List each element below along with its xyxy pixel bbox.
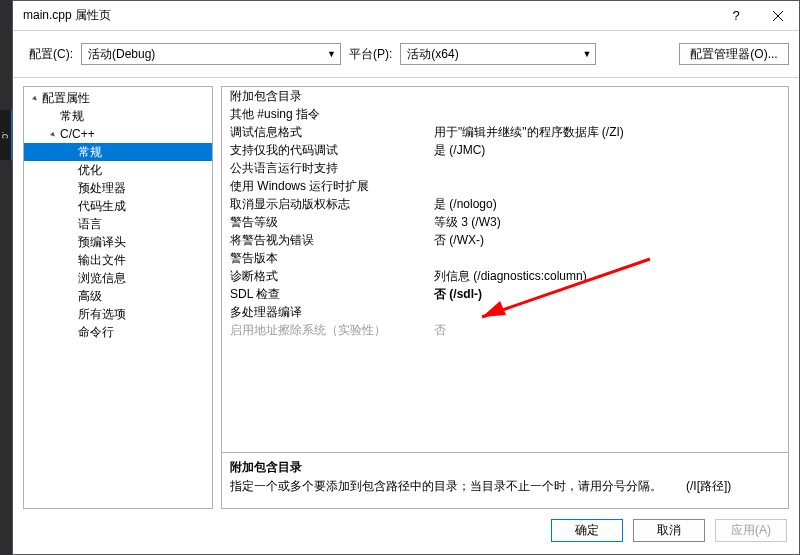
property-row[interactable]: 公共语言运行时支持 (222, 159, 788, 177)
property-value[interactable] (430, 177, 788, 195)
property-value[interactable]: 等级 3 (/W3) (430, 213, 788, 231)
tree-item[interactable]: 常规 (24, 143, 212, 161)
ide-left-strip: .c (0, 0, 12, 555)
property-name: 公共语言运行时支持 (222, 159, 430, 177)
property-value[interactable]: 否 (/WX-) (430, 231, 788, 249)
property-name: 警告版本 (222, 249, 430, 267)
ok-button[interactable]: 确定 (551, 519, 623, 542)
property-value[interactable]: 列信息 (/diagnostics:column) (430, 267, 788, 285)
property-name: 将警告视为错误 (222, 231, 430, 249)
property-name: 取消显示启动版权标志 (222, 195, 430, 213)
tree-item[interactable]: ▸配置属性 (24, 89, 212, 107)
close-button[interactable] (757, 1, 799, 31)
property-row[interactable]: 多处理器编译 (222, 303, 788, 321)
cancel-button[interactable]: 取消 (633, 519, 705, 542)
description-title: 附加包含目录 (230, 459, 780, 476)
property-row: 启用地址擦除系统（实验性）否 (222, 321, 788, 339)
config-bar: 配置(C): 活动(Debug) ▼ 平台(P): 活动(x64) ▼ 配置管理… (13, 31, 799, 78)
tree-item[interactable]: 浏览信息 (24, 269, 212, 287)
tree-item-label: 预编译头 (78, 235, 126, 249)
tree-item[interactable]: 常规 (24, 107, 212, 125)
property-name: 诊断格式 (222, 267, 430, 285)
property-row[interactable]: 警告等级等级 3 (/W3) (222, 213, 788, 231)
dialog-title: main.cpp 属性页 (23, 7, 715, 24)
tree-item[interactable]: 优化 (24, 161, 212, 179)
property-value[interactable]: 是 (/nologo) (430, 195, 788, 213)
property-value[interactable] (430, 303, 788, 321)
property-value: 否 (430, 321, 788, 339)
config-manager-button[interactable]: 配置管理器(O)... (679, 43, 789, 65)
titlebar: main.cpp 属性页 ? (13, 1, 799, 31)
tree-item-label: 浏览信息 (78, 271, 126, 285)
property-name: 附加包含目录 (222, 87, 430, 105)
platform-combo[interactable]: 活动(x64) ▼ (400, 43, 596, 65)
tree-item-label: 命令行 (78, 325, 114, 339)
tree-item[interactable]: 所有选项 (24, 305, 212, 323)
property-pages-dialog: main.cpp 属性页 ? 配置(C): 活动(Debug) ▼ 平台(P):… (12, 0, 800, 555)
property-grid[interactable]: 附加包含目录其他 #using 指令调试信息格式用于"编辑并继续"的程序数据库 … (221, 86, 789, 453)
chevron-down-icon: ▼ (582, 49, 591, 59)
property-row[interactable]: SDL 检查否 (/sdl-) (222, 285, 788, 303)
tree-item-label: 配置属性 (42, 91, 90, 105)
configuration-combo[interactable]: 活动(Debug) ▼ (81, 43, 341, 65)
property-name: 警告等级 (222, 213, 430, 231)
property-name: 启用地址擦除系统（实验性） (222, 321, 430, 339)
property-row[interactable]: 取消显示启动版权标志是 (/nologo) (222, 195, 788, 213)
right-pane: 附加包含目录其他 #using 指令调试信息格式用于"编辑并继续"的程序数据库 … (221, 86, 789, 509)
platform-value: 活动(x64) (407, 46, 458, 63)
configuration-value: 活动(Debug) (88, 46, 155, 63)
close-icon (773, 11, 783, 21)
tree-item[interactable]: 预编译头 (24, 233, 212, 251)
platform-label: 平台(P): (349, 46, 392, 63)
tree-item-label: 所有选项 (78, 307, 126, 321)
tree-item-label: 代码生成 (78, 199, 126, 213)
chevron-down-icon: ▼ (327, 49, 336, 59)
description-panel: 附加包含目录 指定一个或多个要添加到包含路径中的目录；当目录不止一个时，请用分号… (221, 453, 789, 509)
property-row[interactable]: 警告版本 (222, 249, 788, 267)
property-row[interactable]: 使用 Windows 运行时扩展 (222, 177, 788, 195)
ide-side-tab[interactable]: .c (0, 110, 12, 160)
tree-item-label: 语言 (78, 217, 102, 231)
tree-item-label: 预处理器 (78, 181, 126, 195)
category-tree[interactable]: ▸配置属性常规▸C/C++常规优化预处理器代码生成语言预编译头输出文件浏览信息高… (23, 86, 213, 509)
dialog-footer: 确定 取消 应用(A) (13, 509, 799, 554)
property-name: 使用 Windows 运行时扩展 (222, 177, 430, 195)
property-name: 支持仅我的代码调试 (222, 141, 430, 159)
tree-item[interactable]: 预处理器 (24, 179, 212, 197)
property-row[interactable]: 附加包含目录 (222, 87, 788, 105)
help-button[interactable]: ? (715, 1, 757, 31)
tree-item-label: 优化 (78, 163, 102, 177)
tree-item[interactable]: 高级 (24, 287, 212, 305)
property-row[interactable]: 其他 #using 指令 (222, 105, 788, 123)
property-row[interactable]: 调试信息格式用于"编辑并继续"的程序数据库 (/ZI) (222, 123, 788, 141)
apply-button: 应用(A) (715, 519, 787, 542)
property-value[interactable]: 是 (/JMC) (430, 141, 788, 159)
property-row[interactable]: 将警告视为错误否 (/WX-) (222, 231, 788, 249)
tree-item-label: 输出文件 (78, 253, 126, 267)
tree-item[interactable]: 命令行 (24, 323, 212, 341)
tree-item-label: 常规 (78, 145, 102, 159)
property-row[interactable]: 支持仅我的代码调试是 (/JMC) (222, 141, 788, 159)
tree-item-label: 高级 (78, 289, 102, 303)
property-value[interactable] (430, 105, 788, 123)
description-text: 指定一个或多个要添加到包含路径中的目录；当目录不止一个时，请用分号分隔。 (/I… (230, 478, 780, 495)
property-row[interactable]: 诊断格式列信息 (/diagnostics:column) (222, 267, 788, 285)
tree-item[interactable]: 语言 (24, 215, 212, 233)
tree-item-label: 常规 (60, 109, 84, 123)
property-name: 多处理器编译 (222, 303, 430, 321)
tree-item[interactable]: 输出文件 (24, 251, 212, 269)
property-value[interactable] (430, 159, 788, 177)
tree-item[interactable]: ▸C/C++ (24, 125, 212, 143)
property-name: SDL 检查 (222, 285, 430, 303)
property-value[interactable]: 用于"编辑并继续"的程序数据库 (/ZI) (430, 123, 788, 141)
property-value[interactable] (430, 87, 788, 105)
property-value[interactable] (430, 249, 788, 267)
property-name: 其他 #using 指令 (222, 105, 430, 123)
tree-item-label: C/C++ (60, 127, 95, 141)
property-value[interactable]: 否 (/sdl-) (430, 285, 788, 303)
tree-item[interactable]: 代码生成 (24, 197, 212, 215)
dialog-body: ▸配置属性常规▸C/C++常规优化预处理器代码生成语言预编译头输出文件浏览信息高… (13, 78, 799, 509)
property-name: 调试信息格式 (222, 123, 430, 141)
configuration-label: 配置(C): (29, 46, 73, 63)
